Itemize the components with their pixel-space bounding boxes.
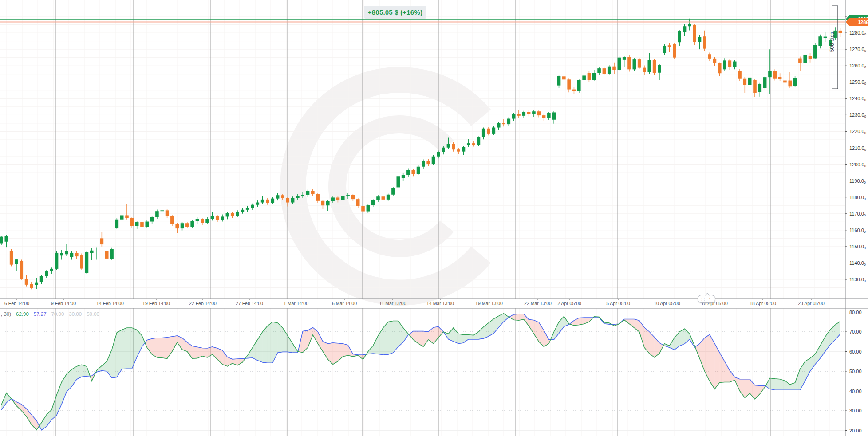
legend-value: 50.00 [87,311,99,317]
svg-text:22 Feb 14:00: 22 Feb 14:00 [189,301,217,306]
svg-text:14 Feb 14:00: 14 Feb 14:00 [96,301,124,306]
current-price-tag[interactable]: 1286.68 [846,18,868,26]
panel-borders [0,0,868,436]
svg-text:1210.00: 1210.00 [849,145,866,152]
svg-text:500 pips: 500 pips [829,32,835,52]
svg-text:18 Apr 05:00: 18 Apr 05:00 [750,301,776,306]
svg-text:1 Mar 14:00: 1 Mar 14:00 [284,301,308,306]
svg-text:40.00: 40.00 [849,389,862,394]
legend-value: 62.90 [16,311,29,317]
svg-text:1200.00: 1200.00 [849,162,866,168]
major-grid [56,0,771,436]
svg-text:1260.00: 1260.00 [849,63,866,69]
svg-text:1190.00: 1190.00 [849,178,866,185]
svg-text:80.00: 80.00 [849,310,862,315]
svg-text:60.00: 60.00 [849,349,862,354]
svg-text:9 Feb 14:00: 9 Feb 14:00 [51,301,76,306]
watermark-logo [293,80,481,293]
svg-text:1240.00: 1240.00 [849,96,866,102]
svg-text:1140.00: 1140.00 [849,260,866,267]
svg-text:30.00: 30.00 [849,408,862,413]
svg-text:1180.00: 1180.00 [849,195,866,201]
price-axis[interactable]: 1290.001280.001270.001260.001250.001240.… [845,14,866,283]
svg-text:1130.00: 1130.00 [849,277,866,283]
legend-value: 30.00 [69,311,82,317]
svg-text:1270.00: 1270.00 [849,47,866,53]
svg-text:1286.68: 1286.68 [858,20,868,26]
svg-text:70.00: 70.00 [849,329,862,334]
svg-text:22 Mar 13:00: 22 Mar 13:00 [524,301,552,306]
trading-chart-window: 1290.001280.001270.001260.001250.001240.… [0,0,868,436]
position-pnl-badge[interactable]: +805.05 $ (+16%) [364,6,426,19]
svg-text:14 Mar 13:00: 14 Mar 13:00 [426,301,454,306]
svg-text:2 Apr 05:00: 2 Apr 05:00 [557,301,581,306]
svg-text:23 Apr 05:00: 23 Apr 05:00 [798,301,825,306]
svg-text:1250.00: 1250.00 [849,79,866,86]
svg-text:1220.00: 1220.00 [849,129,866,135]
svg-text:27 Feb 14:00: 27 Feb 14:00 [236,301,263,306]
oscillator-axis[interactable]: 80.0070.0060.0050.0040.0030.0020.00 [845,310,862,433]
svg-text:6 Feb 14:00: 6 Feb 14:00 [4,301,29,306]
svg-text:50.00: 50.00 [849,369,862,374]
svg-text:10 Apr 05:00: 10 Apr 05:00 [654,301,680,306]
svg-text:19 Mar 13:00: 19 Mar 13:00 [475,301,503,306]
svg-text:19 Feb 14:00: 19 Feb 14:00 [142,301,170,306]
svg-text:1150.00: 1150.00 [849,244,866,250]
svg-text:11 Mar 13:00: 11 Mar 13:00 [379,301,406,306]
oscillator-series[interactable] [1,314,840,430]
drag-grip-icon[interactable]: ⋮⋮ [700,298,706,301]
legend-value: 57.27 [34,311,47,317]
svg-text:1170.00: 1170.00 [849,211,866,217]
svg-text:1280.00: 1280.00 [849,30,866,36]
svg-text:20.00: 20.00 [849,428,862,433]
legend-params: , 30) [1,311,11,317]
legend-value: 70.00 [51,311,64,317]
drawing-time-tooltip[interactable]: ⋮⋮ --:-- [698,295,715,303]
svg-text:1230.00: 1230.00 [849,112,866,118]
svg-text:1160.00: 1160.00 [849,228,866,234]
price-range-tool[interactable]: 500 pips [829,6,838,89]
price-chart-canvas[interactable]: 1290.001280.001270.001260.001250.001240.… [0,0,868,436]
svg-text:5 Apr 05:00: 5 Apr 05:00 [606,301,630,306]
svg-text:6 Mar 14:00: 6 Mar 14:00 [332,301,357,306]
oscillator-legend[interactable]: , 30)62.9057.2770.0030.0050.00 [1,310,104,318]
